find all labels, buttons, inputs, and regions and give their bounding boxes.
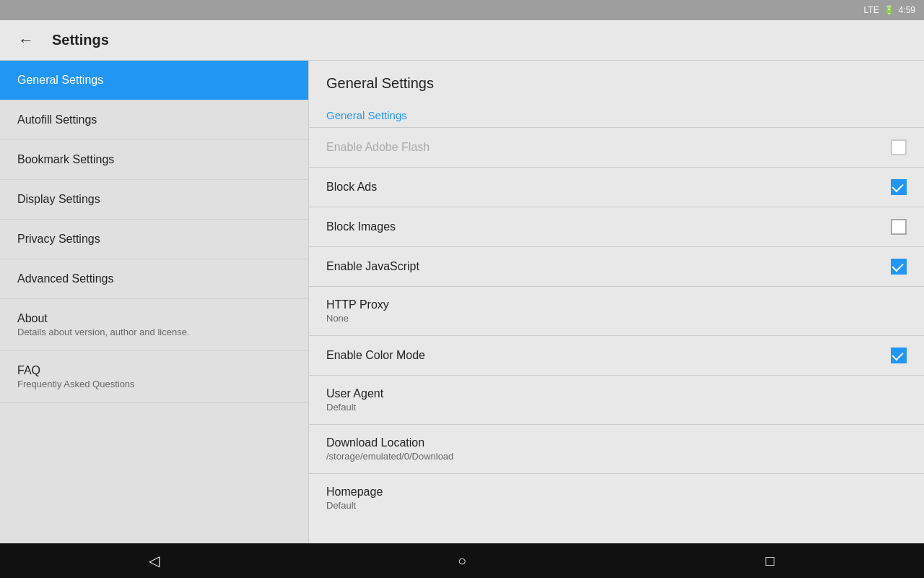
setting-label-block-ads: Block Ads (326, 181, 891, 194)
setting-label-block-images: Block Images (326, 220, 891, 233)
sidebar-item-label-privacy: Privacy Settings (17, 233, 100, 245)
setting-row-download-location[interactable]: Download Location/storage/emulated/0/Dow… (309, 424, 924, 473)
page-title: Settings (52, 32, 109, 48)
battery-icon: 🔋 (884, 5, 894, 15)
back-button[interactable]: ← (12, 26, 40, 55)
recents-nav-button[interactable]: □ (741, 543, 799, 578)
sidebar-item-subtitle-faq: Frequently Asked Questions (17, 379, 291, 389)
sidebar-item-advanced[interactable]: Advanced Settings (0, 259, 308, 299)
sidebar-item-about[interactable]: AboutDetails about version, author and l… (0, 299, 308, 351)
sidebar-item-label-advanced: Advanced Settings (17, 272, 113, 285)
sidebar-item-label-display: Display Settings (17, 193, 100, 205)
checkbox-enable-javascript[interactable] (891, 259, 907, 275)
sidebar-item-label-autofill: Autofill Settings (17, 113, 97, 126)
setting-label-homepage: Homepage (326, 486, 907, 499)
setting-sublabel-download-location: /storage/emulated/0/Download (326, 451, 907, 462)
lte-icon: LTE (864, 5, 879, 15)
setting-sublabel-user-agent: Default (326, 402, 907, 413)
setting-sublabel-homepage: Default (326, 500, 907, 511)
setting-label-http-proxy: HTTP Proxy (326, 298, 907, 311)
sidebar-item-autofill[interactable]: Autofill Settings (0, 100, 308, 140)
content-panel: General SettingsGeneral SettingsEnable A… (309, 61, 924, 543)
setting-label-adobe-flash: Enable Adobe Flash (326, 141, 891, 154)
content-title: General Settings (309, 61, 924, 100)
setting-row-adobe-flash[interactable]: Enable Adobe Flash (309, 127, 924, 167)
setting-row-enable-javascript[interactable]: Enable JavaScript (309, 246, 924, 286)
sidebar: General SettingsAutofill SettingsBookmar… (0, 61, 309, 543)
setting-row-homepage[interactable]: HomepageDefault (309, 473, 924, 522)
sidebar-item-faq[interactable]: FAQFrequently Asked Questions (0, 351, 308, 403)
setting-row-http-proxy[interactable]: HTTP ProxyNone (309, 286, 924, 335)
sidebar-item-general[interactable]: General Settings (0, 61, 308, 100)
bottom-nav: ◁ ○ □ (0, 543, 924, 578)
setting-label-download-location: Download Location (326, 436, 907, 449)
checkbox-color-mode[interactable] (891, 348, 907, 363)
setting-label-user-agent: User Agent (326, 387, 907, 400)
setting-row-color-mode[interactable]: Enable Color Mode (309, 335, 924, 375)
checkbox-block-ads[interactable] (891, 179, 907, 195)
top-bar: ← Settings (0, 20, 924, 61)
section-header-general: General Settings (309, 100, 924, 127)
sidebar-item-display[interactable]: Display Settings (0, 180, 308, 220)
status-bar: LTE 🔋 4:59 (0, 0, 924, 20)
main-layout: General SettingsAutofill SettingsBookmar… (0, 61, 924, 543)
sidebar-item-subtitle-about: Details about version, author and licens… (17, 327, 291, 337)
sidebar-item-label-about: About (17, 312, 48, 324)
setting-sublabel-http-proxy: None (326, 313, 907, 324)
setting-row-block-images[interactable]: Block Images (309, 207, 924, 246)
sidebar-item-label-general: General Settings (17, 74, 103, 86)
home-nav-button[interactable]: ○ (433, 543, 491, 578)
checkbox-adobe-flash[interactable] (891, 139, 907, 155)
status-icons: LTE 🔋 4:59 (864, 5, 915, 15)
setting-row-user-agent[interactable]: User AgentDefault (309, 375, 924, 424)
setting-row-block-ads[interactable]: Block Ads (309, 167, 924, 207)
setting-label-enable-javascript: Enable JavaScript (326, 260, 891, 273)
time-display: 4:59 (899, 5, 915, 15)
sidebar-item-bookmark[interactable]: Bookmark Settings (0, 140, 308, 180)
sidebar-item-label-bookmark: Bookmark Settings (17, 153, 114, 165)
back-arrow-icon: ← (18, 31, 34, 50)
sidebar-item-label-faq: FAQ (17, 364, 40, 376)
back-nav-button[interactable]: ◁ (125, 543, 183, 578)
checkbox-block-images[interactable] (891, 219, 907, 235)
setting-label-color-mode: Enable Color Mode (326, 349, 891, 362)
sidebar-item-privacy[interactable]: Privacy Settings (0, 220, 308, 259)
